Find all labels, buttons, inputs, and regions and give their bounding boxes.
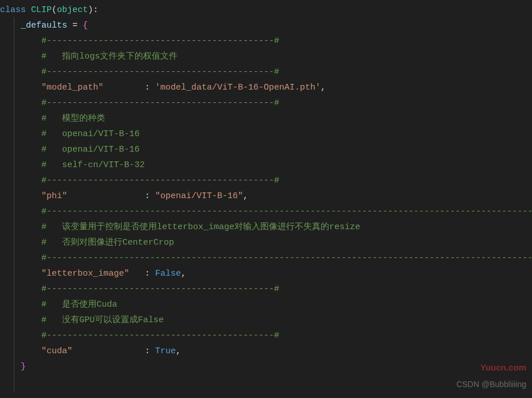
brace-open: { bbox=[83, 21, 88, 30]
comment-line: #---------------------------------------… bbox=[41, 284, 279, 294]
watermark-author: CSDN @Bubbliiiing bbox=[456, 377, 526, 392]
comment-line: # 是否使用Cuda bbox=[41, 300, 117, 310]
comment-line: #---------------------------------------… bbox=[41, 253, 532, 263]
var-defaults: _defaults bbox=[21, 21, 67, 30]
dict-value: False bbox=[155, 269, 181, 279]
comment-line: # 没有GPU可以设置成False bbox=[41, 315, 164, 325]
comment-line: # self-cn/VIT-B-32 bbox=[41, 160, 145, 170]
dict-value: 'model_data/ViT-B-16-OpenAI.pth' bbox=[155, 83, 321, 92]
comment-line: # 否则对图像进行CenterCrop bbox=[41, 238, 174, 248]
comma: , bbox=[181, 269, 186, 279]
colon-sep: : bbox=[103, 83, 155, 92]
colon: : bbox=[93, 5, 98, 15]
class-name: CLIP bbox=[31, 5, 52, 15]
keyword-class: class bbox=[0, 5, 26, 15]
comment-line: # openai/VIT-B-16 bbox=[41, 145, 140, 154]
comment-line: # openai/VIT-B-16 bbox=[41, 129, 140, 139]
watermark-site: Yuucn.com bbox=[480, 360, 526, 375]
colon-sep: : bbox=[72, 346, 155, 356]
dict-value: True bbox=[155, 346, 176, 356]
dict-key: "model_path" bbox=[41, 83, 103, 92]
comment-line: #---------------------------------------… bbox=[41, 176, 279, 186]
comment-line: #---------------------------------------… bbox=[41, 331, 279, 341]
dict-value: "openai/VIT-B-16" bbox=[155, 191, 243, 201]
comment-line: #---------------------------------------… bbox=[41, 98, 279, 108]
comment-line: # 模型的种类 bbox=[41, 114, 105, 123]
comment-line: #---------------------------------------… bbox=[41, 36, 279, 46]
paren-close: ) bbox=[88, 5, 93, 15]
colon-sep: : bbox=[67, 191, 155, 201]
dict-key: "phi" bbox=[41, 191, 67, 201]
paren-open: ( bbox=[52, 5, 57, 15]
comment-line: #---------------------------------------… bbox=[41, 207, 532, 217]
indent-guide bbox=[14, 17, 14, 392]
equals: = bbox=[67, 21, 83, 30]
comma: , bbox=[243, 191, 248, 201]
code-block: class CLIP(object): _defaults = { #-----… bbox=[0, 0, 532, 374]
dict-key: "cuda" bbox=[41, 346, 72, 356]
comma: , bbox=[321, 83, 326, 92]
comma: , bbox=[176, 346, 181, 356]
brace-close: } bbox=[21, 362, 26, 372]
dict-key: "letterbox_image" bbox=[41, 269, 129, 279]
base-class: object bbox=[57, 5, 88, 15]
colon-sep: : bbox=[129, 269, 155, 279]
comment-line: # 指向logs文件夹下的权值文件 bbox=[41, 52, 178, 61]
comment-line: # 该变量用于控制是否使用letterbox_image对输入图像进行不失真的r… bbox=[41, 222, 360, 232]
comment-line: #---------------------------------------… bbox=[41, 67, 279, 77]
